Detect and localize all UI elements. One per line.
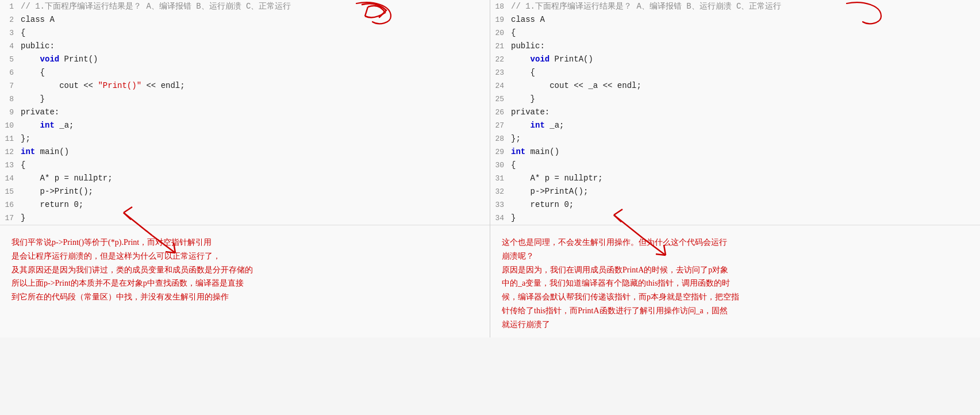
line-number: 25: [490, 93, 511, 106]
code-token: int: [21, 147, 35, 156]
code-token: void: [531, 55, 550, 64]
line-number: 26: [490, 106, 511, 119]
code-token: }: [511, 213, 516, 222]
code-token: _a;: [55, 121, 74, 130]
code-line-content: {: [511, 159, 980, 171]
table-row: 12int main(): [0, 145, 490, 159]
table-row: 22 void PrintA(): [490, 53, 980, 66]
table-row: 15 p->Print();: [0, 185, 490, 198]
code-token: p->Print();: [21, 187, 93, 196]
code-line-content: void Print(): [21, 53, 490, 66]
code-line-content: }: [21, 212, 490, 224]
table-row: 31 A* p = nullptr;: [490, 172, 980, 185]
line-number: 5: [0, 53, 21, 66]
table-row: 18// 1.下面程序编译运行结果是？ A、编译报错 B、运行崩溃 C、正常运行: [490, 0, 980, 13]
table-row: 1// 1.下面程序编译运行结果是？ A、编译报错 B、运行崩溃 C、正常运行: [0, 0, 490, 13]
code-line-content: p->Print();: [21, 185, 490, 198]
line-number: 20: [490, 27, 511, 40]
code-token: return 0;: [511, 200, 574, 209]
code-token: Print(): [59, 55, 98, 64]
line-number: 22: [490, 53, 511, 66]
line-number: 17: [0, 212, 21, 225]
code-token: };: [511, 134, 521, 143]
table-row: 19class A: [490, 13, 980, 26]
code-token: };: [21, 134, 30, 143]
code-line-content: }: [511, 93, 980, 105]
line-number: 13: [0, 159, 21, 172]
line-number: 8: [0, 93, 21, 106]
line-number: 34: [490, 212, 511, 225]
code-token: return 0;: [21, 200, 83, 209]
code-token: // 1.下面程序编译运行结果是？ A、编译报错 B、运行崩溃 C、正常运行: [21, 2, 291, 11]
code-line-content: {: [21, 66, 490, 79]
code-token: private:: [21, 107, 59, 117]
code-line-content: {: [511, 66, 980, 79]
code-line-content: int main(): [511, 145, 980, 158]
table-row: 10 int _a;: [0, 119, 490, 132]
code-line-content: int _a;: [511, 119, 980, 132]
code-token: {: [21, 28, 25, 37]
line-number: 24: [490, 80, 511, 93]
code-line-content: class A: [511, 13, 980, 26]
code-token: }: [511, 94, 535, 103]
line-number: 32: [490, 186, 511, 198]
table-row: 11};: [0, 132, 490, 145]
line-number: 15: [0, 186, 21, 198]
line-number: 9: [0, 106, 21, 119]
code-line-content: return 0;: [511, 198, 980, 211]
table-row: 26private:: [490, 106, 980, 119]
table-row: 21public:: [490, 40, 980, 53]
line-number: 14: [0, 172, 21, 185]
line-number: 4: [0, 40, 21, 53]
table-row: 30{: [490, 159, 980, 172]
main-container: 1// 1.下面程序编译运行结果是？ A、编译报错 B、运行崩溃 C、正常运行2…: [0, 0, 980, 337]
table-row: 33 return 0;: [490, 198, 980, 212]
code-line-content: return 0;: [21, 198, 490, 211]
table-row: 3{: [0, 26, 490, 40]
code-token: void: [40, 55, 60, 64]
code-line-content: {: [21, 26, 490, 39]
code-token: PrintA(): [549, 55, 593, 64]
code-token: [21, 55, 40, 64]
line-number: 31: [490, 172, 511, 185]
code-token: }: [21, 213, 25, 222]
code-token: {: [511, 28, 516, 37]
right-annotation: 这个也是同理，不会发生解引用操作。但为什么这个代码会运行 崩溃呢？ 原因是因为，…: [490, 225, 980, 337]
code-line-content: public:: [511, 40, 980, 52]
line-number: 7: [0, 80, 21, 93]
line-number: 1: [0, 1, 21, 13]
code-token: private:: [511, 107, 549, 117]
code-token: A* p = nullptr;: [511, 174, 603, 183]
code-token: cout << _a << endl;: [511, 81, 641, 90]
table-row: 16 return 0;: [0, 198, 490, 212]
table-row: 4public:: [0, 40, 490, 53]
code-token: int: [531, 121, 545, 130]
code-line-content: // 1.下面程序编译运行结果是？ A、编译报错 B、运行崩溃 C、正常运行: [511, 0, 980, 13]
right-annotation-text: 这个也是同理，不会发生解引用操作。但为什么这个代码会运行 崩溃呢？ 原因是因为，…: [502, 236, 969, 332]
line-number: 30: [490, 159, 511, 172]
table-row: 8 }: [0, 93, 490, 106]
table-row: 6 {: [0, 66, 490, 79]
code-line-content: A* p = nullptr;: [511, 172, 980, 185]
table-row: 25 }: [490, 93, 980, 106]
left-code-area: 1// 1.下面程序编译运行结果是？ A、编译报错 B、运行崩溃 C、正常运行2…: [0, 0, 490, 225]
table-row: 34}: [490, 212, 980, 225]
code-token: }: [21, 94, 45, 103]
code-token: main(): [35, 147, 69, 156]
code-line-content: int _a;: [21, 119, 490, 132]
code-token: [511, 55, 531, 64]
line-number: 19: [490, 14, 511, 26]
line-number: 3: [0, 27, 21, 40]
line-number: 29: [490, 146, 511, 159]
code-line-content: };: [21, 132, 490, 145]
table-row: 23 {: [490, 66, 980, 79]
line-number: 21: [490, 40, 511, 53]
code-token: int: [40, 121, 55, 130]
code-line-content: }: [21, 93, 490, 105]
code-line-content: };: [511, 132, 980, 145]
code-token: // 1.下面程序编译运行结果是？ A、编译报错 B、运行崩溃 C、正常运行: [511, 2, 781, 11]
code-line-content: A* p = nullptr;: [21, 172, 490, 185]
code-line-content: private:: [21, 106, 490, 118]
code-token: [511, 121, 531, 130]
right-panel: 18// 1.下面程序编译运行结果是？ A、编译报错 B、运行崩溃 C、正常运行…: [490, 0, 980, 337]
